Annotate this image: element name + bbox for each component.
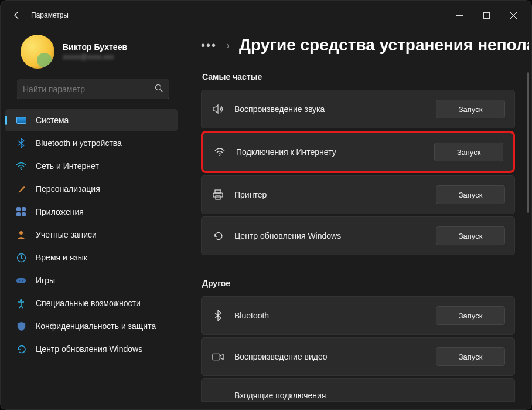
titlebar: Параметры [1, 1, 531, 30]
svg-point-6 [21, 169, 22, 170]
minimize-button[interactable] [446, 4, 473, 27]
troubleshoot-card-audio[interactable]: Воспроизведение звука Запуск [201, 90, 515, 128]
sidebar-item-gaming[interactable]: Игры [5, 269, 178, 292]
troubleshoot-card-internet[interactable]: Подключения к Интернету Запуск [201, 131, 515, 173]
shield-icon [16, 321, 26, 331]
gamepad-icon [16, 275, 26, 286]
troubleshoot-card-bluetooth[interactable]: Bluetooth Запуск [201, 296, 515, 335]
clock-globe-icon [16, 252, 26, 263]
sidebar-item-label: Персонализация [36, 184, 100, 194]
sidebar-item-label: Игры [36, 276, 55, 285]
refresh-icon [212, 230, 224, 242]
svg-rect-14 [215, 190, 221, 193]
printer-icon [212, 189, 224, 201]
svg-point-10 [19, 280, 20, 281]
bluetooth-icon [16, 138, 26, 148]
speaker-icon [212, 103, 224, 115]
wifi-icon [214, 146, 226, 158]
sidebar-item-accessibility[interactable]: Специальные возможности [5, 292, 178, 314]
chevron-right-icon: › [226, 39, 230, 52]
sidebar-item-label: Сеть и Интернет [36, 161, 99, 171]
svg-rect-9 [16, 278, 26, 283]
section-title-frequent: Самые частые [201, 67, 515, 90]
person-icon [16, 229, 26, 240]
sidebar-item-label: Система [36, 116, 69, 125]
sidebar-item-network[interactable]: Сеть и Интернет [5, 155, 178, 177]
run-button[interactable]: Запуск [436, 306, 505, 325]
troubleshoot-card-printer[interactable]: Принтер Запуск [201, 175, 515, 214]
accessibility-icon [16, 298, 26, 309]
card-label: Воспроизведение видео [234, 352, 425, 361]
run-button[interactable]: Запуск [436, 347, 505, 366]
run-button[interactable]: Запуск [436, 100, 505, 118]
sidebar: Виктор Бухтеев xxxxx@xxxx.xxx Система [1, 30, 182, 409]
sidebar-item-accounts[interactable]: Учетные записи [5, 223, 178, 246]
breadcrumb-overflow[interactable]: ••• [201, 39, 217, 52]
sidebar-item-label: Учетные записи [36, 230, 97, 239]
search-icon [155, 84, 163, 94]
profile-name: Виктор Бухтеев [63, 42, 127, 52]
svg-point-4 [156, 84, 161, 90]
card-label: Воспроизведение звука [234, 104, 425, 114]
svg-point-11 [22, 280, 23, 281]
sidebar-item-label: Специальные возможности [36, 299, 141, 308]
page-title: Другие средства устранения непола [239, 36, 529, 55]
bluetooth-icon [212, 310, 224, 321]
svg-rect-16 [216, 196, 220, 199]
apps-icon [16, 206, 26, 217]
wifi-icon [16, 161, 26, 171]
maximize-button[interactable] [473, 4, 500, 27]
profile-email: xxxxx@xxxx.xxx [63, 53, 127, 61]
sidebar-item-label: Время и язык [36, 253, 87, 262]
window-title: Параметры [31, 11, 69, 19]
video-icon [212, 351, 224, 362]
troubleshoot-card-incoming[interactable]: Входящие подключения [201, 378, 515, 402]
card-label: Центр обновления Windows [234, 231, 425, 240]
back-button[interactable] [5, 4, 29, 27]
sidebar-item-system[interactable]: Система [5, 109, 178, 131]
sidebar-item-label: Bluetooth и устройства [36, 138, 122, 148]
sidebar-item-label: Конфиденциальность и защита [36, 321, 156, 331]
sidebar-item-time-language[interactable]: Время и язык [5, 246, 178, 269]
search-input-wrap[interactable] [17, 79, 169, 99]
sidebar-item-privacy[interactable]: Конфиденциальность и защита [5, 315, 178, 337]
sidebar-item-personalization[interactable]: Персонализация [5, 178, 178, 200]
section-title-other: Другое [201, 274, 515, 296]
troubleshoot-card-windows-update[interactable]: Центр обновления Windows Запуск [201, 216, 515, 255]
close-button[interactable] [500, 4, 527, 27]
sidebar-item-label: Центр обновления Windows [36, 344, 142, 354]
svg-rect-1 [483, 12, 489, 18]
troubleshoot-card-video[interactable]: Воспроизведение видео Запуск [201, 337, 515, 376]
svg-point-7 [19, 231, 23, 235]
run-button[interactable]: Запуск [436, 226, 505, 245]
update-icon [16, 344, 26, 354]
card-label: Подключения к Интернету [236, 147, 424, 157]
run-button[interactable]: Запуск [436, 185, 505, 204]
svg-line-5 [161, 89, 163, 92]
svg-rect-15 [213, 193, 223, 197]
monitor-icon [16, 115, 26, 126]
svg-point-12 [20, 299, 22, 301]
sidebar-item-label: Приложения [36, 207, 84, 216]
profile-block[interactable]: Виктор Бухтеев xxxxx@xxxx.xxx [1, 32, 182, 79]
svg-rect-17 [213, 354, 220, 360]
main-content: ••• › Другие средства устранения непола … [182, 30, 531, 409]
card-label: Входящие подключения [234, 391, 505, 400]
sidebar-item-update[interactable]: Центр обновления Windows [5, 338, 178, 360]
search-input[interactable] [23, 84, 155, 94]
avatar [21, 35, 54, 69]
card-label: Bluetooth [234, 311, 425, 320]
scrollbar[interactable] [527, 72, 529, 213]
svg-point-13 [219, 155, 220, 156]
card-label: Принтер [234, 190, 425, 199]
sidebar-item-bluetooth[interactable]: Bluetooth и устройства [5, 132, 178, 154]
nav-list: Система Bluetooth и устройства Сеть и Ин… [1, 104, 182, 409]
brush-icon [16, 184, 26, 194]
run-button[interactable]: Запуск [434, 143, 503, 161]
breadcrumb: ••• › Другие средства устранения непола [201, 32, 515, 67]
sidebar-item-apps[interactable]: Приложения [5, 201, 178, 223]
